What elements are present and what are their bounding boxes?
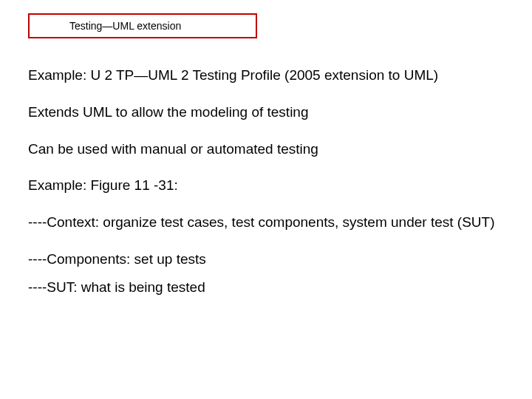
paragraph: Example: U 2 TP—UML 2 Testing Profile (2… <box>28 66 504 84</box>
slide: Testing—UML extension Example: U 2 TP—UM… <box>0 0 532 399</box>
paragraph: ----Context: organize test cases, test c… <box>28 214 504 231</box>
paragraph: Example: Figure 11 -31: <box>28 177 504 194</box>
paragraph: Extends UML to allow the modeling of tes… <box>28 103 504 121</box>
slide-title: Testing—UML extension <box>69 20 181 32</box>
slide-body: Example: U 2 TP—UML 2 Testing Profile (2… <box>28 66 504 306</box>
paragraph: Can be used with manual or automated tes… <box>28 140 504 158</box>
title-box: Testing—UML extension <box>28 13 257 38</box>
paragraph: ----Components: set up tests <box>28 250 504 268</box>
paragraph: ----SUT: what is being tested <box>28 279 504 296</box>
